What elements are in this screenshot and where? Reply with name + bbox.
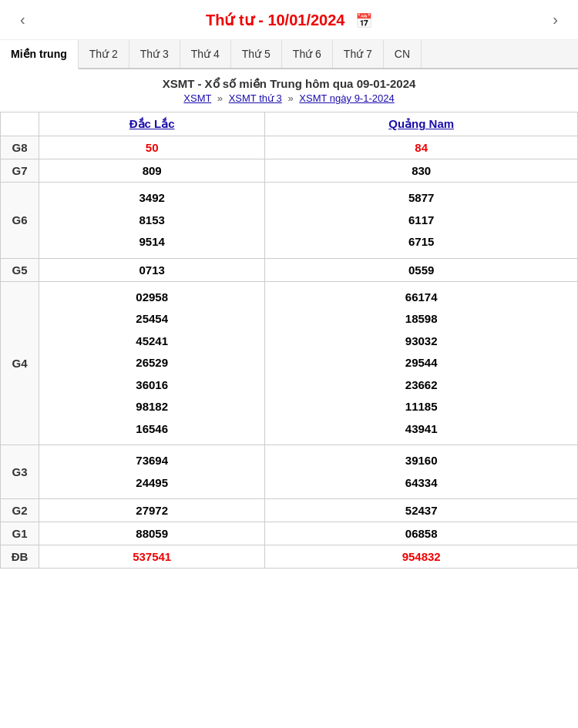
- tab-bar: Miền trung Thứ 2 Thứ 3 Thứ 4 Thứ 5 Thứ 6…: [0, 40, 578, 69]
- prize-col2-g8: 84: [265, 136, 578, 159]
- breadcrumb-sep1: »: [217, 92, 223, 104]
- tab-thu4[interactable]: Thứ 4: [180, 40, 231, 68]
- prize-col1-g3: 7369424495: [39, 445, 265, 499]
- row-label-g2: G2: [1, 499, 39, 522]
- prize-col2-g1: 06858: [265, 522, 578, 545]
- row-label-g8: G8: [1, 136, 39, 159]
- prize-col2-g5: 0559: [265, 258, 578, 281]
- prize-col2-đb: 954832: [265, 545, 578, 569]
- row-label-g7: G7: [1, 159, 39, 183]
- tab-thu5[interactable]: Thứ 5: [231, 40, 282, 68]
- tab-thu7[interactable]: Thứ 7: [333, 40, 384, 68]
- prize-col1-g1: 88059: [39, 522, 265, 545]
- tab-mien-trung[interactable]: Miền trung: [0, 40, 79, 69]
- row-label-g1: G1: [1, 522, 39, 545]
- header: ‹ Thứ tư - 10/01/2024 📅 ›: [0, 0, 578, 40]
- prize-col1-g4: 02958254544524126529360169818216546: [39, 281, 265, 445]
- subtitle-area: XSMT - Xổ số miền Trung hôm qua 09-01-20…: [0, 69, 578, 107]
- breadcrumb-sep2: »: [287, 92, 293, 104]
- tab-thu2[interactable]: Thứ 2: [79, 40, 129, 68]
- prize-col1-g6: 349281539514: [39, 183, 265, 259]
- subtitle-main: XSMT - Xổ số miền Trung hôm qua 09-01-20…: [6, 77, 572, 91]
- prize-col2-g6: 587761176715: [265, 183, 578, 259]
- col2-header[interactable]: Quảng Nam: [265, 112, 578, 136]
- lottery-table: Đắc Lắc Quảng Nam G85084G7809830G6349281…: [0, 112, 578, 569]
- next-arrow[interactable]: ›: [545, 8, 566, 32]
- tab-cn[interactable]: CN: [384, 40, 422, 68]
- prize-col2-g3: 3916064334: [265, 445, 578, 499]
- row-label-đb: ĐB: [1, 545, 39, 569]
- col1-header[interactable]: Đắc Lắc: [39, 112, 265, 136]
- prize-col2-g7: 830: [265, 159, 578, 183]
- breadcrumb-thu3[interactable]: XSMT thứ 3: [229, 92, 282, 104]
- tab-thu6[interactable]: Thứ 6: [282, 40, 333, 68]
- row-label-g6: G6: [1, 183, 39, 259]
- prev-arrow[interactable]: ‹: [12, 8, 33, 32]
- row-label-g4: G4: [1, 281, 39, 445]
- prize-col1-g5: 0713: [39, 258, 265, 281]
- breadcrumb: XSMT » XSMT thứ 3 » XSMT ngày 9-1-2024: [6, 92, 572, 104]
- prize-col1-g8: 50: [39, 136, 265, 159]
- prize-col2-g2: 52437: [265, 499, 578, 522]
- col-label-header: [1, 112, 39, 136]
- tab-thu3[interactable]: Thứ 3: [129, 40, 180, 68]
- row-label-g3: G3: [1, 445, 39, 499]
- breadcrumb-xsmt[interactable]: XSMT: [183, 92, 211, 104]
- row-label-g5: G5: [1, 258, 39, 281]
- calendar-icon[interactable]: 📅: [355, 13, 372, 29]
- prize-col2-g4: 66174185989303229544236621118543941: [265, 281, 578, 445]
- prize-col1-đb: 537541: [39, 545, 265, 569]
- header-date-text: Thứ tư - 10/01/2024: [206, 12, 345, 29]
- breadcrumb-date[interactable]: XSMT ngày 9-1-2024: [299, 92, 394, 104]
- prize-col1-g2: 27972: [39, 499, 265, 522]
- prize-col1-g7: 809: [39, 159, 265, 183]
- header-title: Thứ tư - 10/01/2024 📅: [33, 11, 546, 29]
